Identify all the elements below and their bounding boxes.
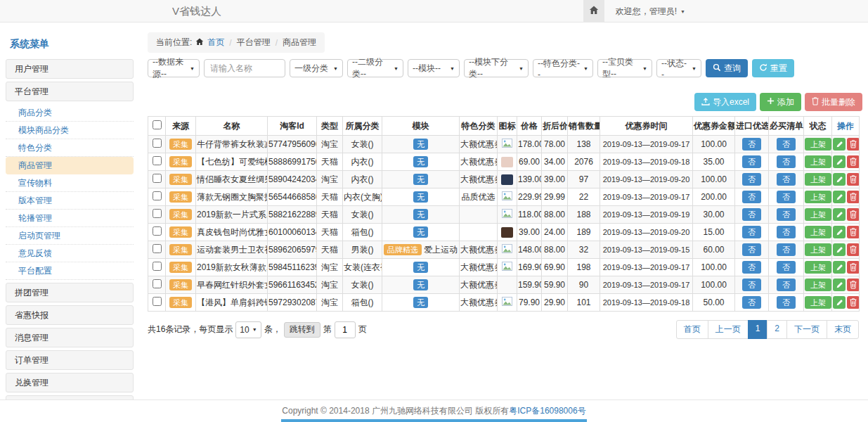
filter-select[interactable]: --数据来源--▼ <box>148 59 200 77</box>
status-button[interactable]: 上架 <box>805 243 831 256</box>
home-nav-button[interactable] <box>583 0 604 23</box>
import-select-toggle[interactable]: 否 <box>742 138 761 151</box>
page-button[interactable]: 首页 <box>676 320 708 339</box>
page-button[interactable]: 下一页 <box>786 320 827 339</box>
sidebar-item[interactable]: 模块商品分类 <box>6 122 134 139</box>
status-button[interactable]: 上架 <box>805 208 831 221</box>
batch-delete-button[interactable]: 批量删除 <box>805 93 862 111</box>
edit-button[interactable] <box>833 296 846 309</box>
sidebar-item[interactable]: 启动页管理 <box>6 227 134 245</box>
edit-button[interactable] <box>833 261 846 274</box>
import-select-toggle[interactable]: 否 <box>742 208 761 221</box>
row-checkbox[interactable] <box>153 262 162 271</box>
import-excel-button[interactable]: 导入excel <box>694 93 756 111</box>
page-button[interactable]: 上一页 <box>708 320 749 339</box>
status-button[interactable]: 上架 <box>805 138 831 151</box>
edit-button[interactable] <box>833 243 846 256</box>
sidebar-item[interactable]: 版本管理 <box>6 192 134 210</box>
import-select-toggle[interactable]: 否 <box>742 296 761 309</box>
filter-select[interactable]: 一级分类▼ <box>290 59 343 77</box>
delete-button[interactable] <box>847 279 860 291</box>
reset-button[interactable]: 重置 <box>752 59 794 77</box>
row-checkbox[interactable] <box>153 279 162 288</box>
page-button[interactable]: 末页 <box>827 320 859 339</box>
must-buy-toggle[interactable]: 否 <box>777 226 796 238</box>
delete-button[interactable] <box>847 226 860 238</box>
sidebar-item[interactable]: 特色分类 <box>6 139 134 157</box>
delete-button[interactable] <box>847 208 860 221</box>
import-select-toggle[interactable]: 否 <box>742 279 761 291</box>
delete-button[interactable] <box>847 243 860 256</box>
delete-button[interactable] <box>847 296 860 309</box>
search-button[interactable]: 查询 <box>706 59 748 77</box>
import-select-toggle[interactable]: 否 <box>742 191 761 203</box>
must-buy-toggle[interactable]: 否 <box>777 191 796 203</box>
row-checkbox[interactable] <box>153 191 162 200</box>
page-button[interactable]: 1 <box>748 320 768 339</box>
breadcrumb-home-link[interactable]: 首页 <box>207 37 224 49</box>
filter-select[interactable]: --状态--▼ <box>656 59 701 77</box>
status-button[interactable]: 上架 <box>805 279 831 291</box>
row-checkbox[interactable] <box>153 156 162 165</box>
import-select-toggle[interactable]: 否 <box>742 226 761 238</box>
row-checkbox[interactable] <box>153 139 162 148</box>
add-button[interactable]: 添加 <box>760 93 801 111</box>
edit-button[interactable] <box>833 138 846 151</box>
page-button[interactable]: 2 <box>767 320 787 339</box>
status-button[interactable]: 上架 <box>805 191 831 203</box>
delete-button[interactable] <box>847 173 860 186</box>
delete-button[interactable] <box>847 155 860 168</box>
name-search-input[interactable] <box>204 59 285 77</box>
filter-select[interactable]: --二级分类--▼ <box>347 59 403 77</box>
edit-button[interactable] <box>833 155 846 168</box>
user-menu[interactable]: 欢迎您，管理员! ▼ <box>616 6 685 18</box>
row-checkbox[interactable] <box>153 244 162 253</box>
must-buy-toggle[interactable]: 否 <box>777 138 796 151</box>
import-select-toggle[interactable]: 否 <box>742 261 761 274</box>
per-page-select[interactable]: 10 ▼ <box>235 321 261 338</box>
edit-button[interactable] <box>833 226 846 238</box>
status-button[interactable]: 上架 <box>805 226 831 238</box>
import-select-toggle[interactable]: 否 <box>742 243 761 256</box>
must-buy-toggle[interactable]: 否 <box>777 279 796 291</box>
sidebar-group[interactable]: 兑换管理 <box>6 373 134 392</box>
delete-button[interactable] <box>847 138 860 151</box>
import-select-toggle[interactable]: 否 <box>742 155 761 168</box>
must-buy-toggle[interactable]: 否 <box>777 208 796 221</box>
status-button[interactable]: 上架 <box>805 173 831 186</box>
import-select-toggle[interactable]: 否 <box>742 173 761 186</box>
sidebar-item[interactable]: 宣传物料 <box>6 174 134 192</box>
jump-button[interactable]: 跳转到 <box>284 322 320 338</box>
edit-button[interactable] <box>833 173 846 186</box>
row-checkbox[interactable] <box>153 209 162 218</box>
row-checkbox[interactable] <box>153 174 162 183</box>
status-button[interactable]: 上架 <box>805 155 831 168</box>
must-buy-toggle[interactable]: 否 <box>777 296 796 309</box>
edit-button[interactable] <box>833 208 846 221</box>
sidebar-item[interactable]: 平台配置 <box>6 262 134 280</box>
must-buy-toggle[interactable]: 否 <box>777 155 796 168</box>
row-checkbox[interactable] <box>153 226 162 236</box>
edit-button[interactable] <box>833 191 846 203</box>
icp-link[interactable]: 粤ICP备16098006号 <box>509 405 585 417</box>
sidebar-item[interactable]: 轮播管理 <box>6 210 134 227</box>
delete-button[interactable] <box>847 191 860 203</box>
sidebar-group[interactable]: 省惠快报 <box>6 305 134 325</box>
filter-select[interactable]: --模块下分类--▼ <box>464 59 529 77</box>
must-buy-toggle[interactable]: 否 <box>777 243 796 256</box>
delete-button[interactable] <box>847 261 860 274</box>
jump-page-input[interactable] <box>335 321 356 338</box>
sidebar-group[interactable]: 用户管理 <box>6 59 134 79</box>
must-buy-toggle[interactable]: 否 <box>777 173 796 186</box>
row-checkbox[interactable] <box>153 297 162 306</box>
sidebar-group[interactable]: 订单管理 <box>6 350 134 370</box>
status-button[interactable]: 上架 <box>805 296 831 309</box>
sidebar-group[interactable]: 平台管理 <box>6 82 134 101</box>
status-button[interactable]: 上架 <box>805 261 831 274</box>
sidebar-item[interactable]: 商品管理 <box>6 157 134 174</box>
sidebar-group[interactable]: 拼团管理 <box>6 283 134 302</box>
must-buy-toggle[interactable]: 否 <box>777 261 796 274</box>
sidebar-item[interactable]: 商品分类 <box>6 104 134 122</box>
edit-button[interactable] <box>833 279 846 291</box>
filter-select[interactable]: --模块--▼ <box>408 59 460 77</box>
